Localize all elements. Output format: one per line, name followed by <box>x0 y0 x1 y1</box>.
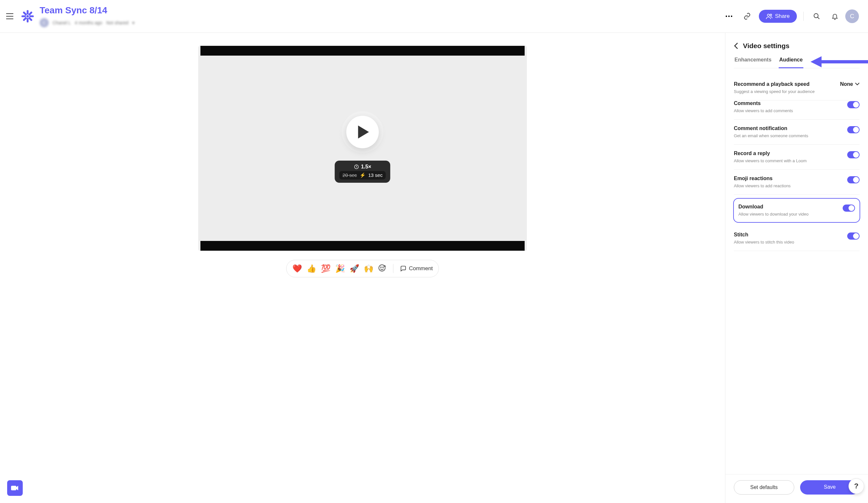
duration-accelerated: 13 sec <box>368 172 383 178</box>
add-emoji-button[interactable] <box>378 263 386 274</box>
loom-logo <box>21 10 34 22</box>
svg-point-6 <box>725 16 727 17</box>
toggle-stitch[interactable] <box>847 232 859 240</box>
setting-playback-speed: Recommend a playback speed Suggest a vie… <box>734 76 859 100</box>
svg-point-13 <box>379 265 385 271</box>
page-title[interactable]: Team Sync 8/14 <box>40 5 134 16</box>
toggle-knob <box>853 127 859 133</box>
help-fab[interactable]: ? <box>848 478 864 494</box>
svg-point-7 <box>728 16 729 17</box>
toggle-knob <box>848 205 854 211</box>
setting-desc: Allow viewers to comment with a Loom <box>734 158 807 163</box>
smile-plus-icon <box>378 263 386 272</box>
setting-desc: Allow viewers to add comments <box>734 108 793 113</box>
setting-desc: Allow viewers to add reactions <box>734 183 791 188</box>
hamburger-icon <box>6 13 13 19</box>
chevron-down-icon: ▾ <box>132 20 134 26</box>
duration-original: 20 sec <box>342 172 357 178</box>
user-avatar[interactable]: C <box>845 9 859 23</box>
bolt-icon: ⚡ <box>360 172 366 178</box>
playback-speed-select[interactable]: None <box>840 81 859 87</box>
setting-record_reply: Record a replyAllow viewers to comment w… <box>734 145 859 170</box>
speed-value: 1.5× <box>361 164 371 170</box>
setting-label: Download <box>738 204 808 210</box>
svg-point-10 <box>770 14 772 16</box>
author-name: Chanel L <box>53 20 71 26</box>
tab-enhancements[interactable]: Enhancements <box>734 57 772 68</box>
chevron-left-icon <box>734 42 738 49</box>
link-icon <box>744 13 751 20</box>
video-letterbox-top <box>200 46 525 56</box>
setting-desc: Suggest a viewing speed for your audienc… <box>734 89 815 94</box>
reaction-emoji[interactable]: 👍 <box>307 264 317 273</box>
comment-button-label: Comment <box>409 265 433 272</box>
share-status: Not shared <box>106 20 128 26</box>
reaction-emoji[interactable]: 💯 <box>321 264 331 273</box>
toggle-knob <box>853 177 859 183</box>
hamburger-menu-button[interactable] <box>4 10 16 22</box>
setting-label: Comment notification <box>734 125 808 131</box>
setting-label: Recommend a playback speed <box>734 81 815 87</box>
toggle-knob <box>853 152 859 158</box>
video-settings-panel: Video settings Enhancements Audience Rec… <box>725 33 868 503</box>
setting-desc: Allow viewers to download your video <box>738 212 808 217</box>
svg-point-9 <box>767 14 769 16</box>
toggle-emoji_reactions[interactable] <box>847 176 859 183</box>
share-button[interactable]: Share <box>759 10 797 23</box>
setting-comments: CommentsAllow viewers to add comments <box>734 100 859 120</box>
comment-icon <box>400 265 406 272</box>
people-icon <box>766 13 773 19</box>
reaction-emoji[interactable]: 🙌 <box>364 264 374 273</box>
svg-point-14 <box>380 267 381 268</box>
setting-desc: Allow viewers to stitch this video <box>734 240 794 244</box>
reaction-emoji[interactable]: ❤️ <box>292 264 302 273</box>
setting-download: DownloadAllow viewers to download your v… <box>733 198 860 223</box>
back-button[interactable] <box>734 42 738 49</box>
svg-rect-16 <box>11 486 16 490</box>
callout-arrow-icon <box>810 56 868 67</box>
record-fab[interactable] <box>7 480 23 496</box>
comment-button[interactable]: Comment <box>400 265 433 272</box>
reaction-bar: ❤️👍💯🎉🚀🙌 Comment <box>286 260 439 277</box>
more-options-button[interactable] <box>721 9 737 24</box>
notifications-button[interactable] <box>827 9 843 24</box>
title-metadata: C Chanel L 4 months ago Not shared ▾ <box>40 18 134 27</box>
setting-label: Comments <box>734 100 793 106</box>
toggle-record_reply[interactable] <box>847 151 859 158</box>
video-camera-icon <box>11 485 19 491</box>
svg-point-11 <box>814 14 818 18</box>
toggle-download[interactable] <box>843 204 855 212</box>
reaction-emoji[interactable]: 🚀 <box>350 264 359 273</box>
dots-horizontal-icon <box>725 15 733 17</box>
reaction-emoji[interactable]: 🎉 <box>335 264 345 273</box>
panel-title: Video settings <box>743 42 789 50</box>
search-button[interactable] <box>809 9 825 24</box>
setting-label: Emoji reactions <box>734 175 791 181</box>
toggle-comments[interactable] <box>847 101 859 108</box>
set-defaults-button[interactable]: Set defaults <box>734 480 794 494</box>
share-button-label: Share <box>775 13 790 20</box>
setting-label: Stitch <box>734 232 794 238</box>
video-letterbox-bottom <box>200 241 525 251</box>
divider <box>803 12 804 21</box>
toggle-knob <box>853 233 859 239</box>
video-player[interactable]: 1.5× 20 sec ⚡ 13 sec <box>198 46 527 251</box>
divider <box>393 264 393 273</box>
setting-label: Record a reply <box>734 151 807 157</box>
playback-speed-value: None <box>840 81 853 87</box>
speed-indicator: 1.5× 20 sec ⚡ 13 sec <box>334 161 390 183</box>
bell-icon <box>831 12 838 20</box>
toggle-comment_notification[interactable] <box>847 126 859 133</box>
chevron-down-icon <box>855 83 859 86</box>
svg-point-5 <box>26 15 29 18</box>
play-icon <box>358 125 369 139</box>
clock-icon <box>354 164 359 169</box>
setting-comment_notification: Comment notificationGet an email when so… <box>734 120 859 145</box>
copy-link-button[interactable] <box>740 9 755 24</box>
setting-desc: Get an email when someone comments <box>734 133 808 138</box>
updated-time: 4 months ago <box>75 20 102 26</box>
tab-audience[interactable]: Audience <box>779 57 803 68</box>
play-button[interactable] <box>346 116 379 148</box>
toggle-knob <box>853 102 859 108</box>
search-icon <box>813 13 820 20</box>
